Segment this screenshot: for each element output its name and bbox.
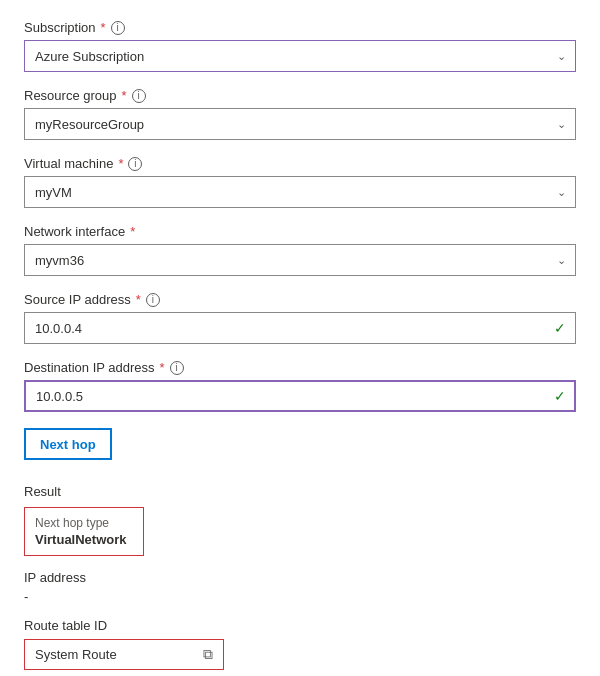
resource-group-select[interactable]: myResourceGroup: [24, 108, 576, 140]
source-ip-required: *: [136, 292, 141, 307]
virtual-machine-select[interactable]: myVM: [24, 176, 576, 208]
source-ip-group: Source IP address * i ✓: [24, 292, 576, 344]
next-hop-type-value: VirtualNetwork: [35, 532, 133, 547]
copy-icon[interactable]: ⧉: [203, 646, 213, 663]
destination-ip-required: *: [160, 360, 165, 375]
virtual-machine-group: Virtual machine * i myVM ⌄: [24, 156, 576, 208]
route-table-section: Route table ID System Route ⧉: [24, 618, 576, 670]
network-interface-select[interactable]: myvm36: [24, 244, 576, 276]
source-ip-input-wrapper: ✓: [24, 312, 576, 344]
virtual-machine-required: *: [118, 156, 123, 171]
subscription-label-text: Subscription: [24, 20, 96, 35]
destination-ip-input-wrapper: ✓: [24, 380, 576, 412]
network-interface-label: Network interface *: [24, 224, 576, 239]
result-title: Result: [24, 484, 576, 499]
source-ip-input[interactable]: [24, 312, 576, 344]
source-ip-check-icon: ✓: [554, 320, 566, 336]
route-table-card: System Route ⧉: [24, 639, 224, 670]
network-interface-group: Network interface * myvm36 ⌄: [24, 224, 576, 276]
destination-ip-info-icon[interactable]: i: [170, 361, 184, 375]
destination-ip-label-text: Destination IP address: [24, 360, 155, 375]
network-interface-select-wrapper: myvm36 ⌄: [24, 244, 576, 276]
network-interface-required: *: [130, 224, 135, 239]
next-hop-type-label: Next hop type: [35, 516, 133, 530]
destination-ip-group: Destination IP address * i ✓: [24, 360, 576, 412]
route-table-value: System Route: [35, 647, 117, 662]
result-section: Result Next hop type VirtualNetwork IP a…: [24, 484, 576, 670]
next-hop-button[interactable]: Next hop: [24, 428, 112, 460]
route-table-label: Route table ID: [24, 618, 576, 633]
resource-group-label: Resource group * i: [24, 88, 576, 103]
network-interface-label-text: Network interface: [24, 224, 125, 239]
destination-ip-input[interactable]: [24, 380, 576, 412]
ip-address-value: -: [24, 589, 576, 604]
source-ip-label-text: Source IP address: [24, 292, 131, 307]
subscription-select[interactable]: Azure Subscription: [24, 40, 576, 72]
next-hop-type-card: Next hop type VirtualNetwork: [24, 507, 144, 556]
virtual-machine-info-icon[interactable]: i: [128, 157, 142, 171]
resource-group-group: Resource group * i myResourceGroup ⌄: [24, 88, 576, 140]
subscription-required: *: [101, 20, 106, 35]
source-ip-info-icon[interactable]: i: [146, 293, 160, 307]
virtual-machine-label-text: Virtual machine: [24, 156, 113, 171]
resource-group-required: *: [122, 88, 127, 103]
subscription-select-wrapper: Azure Subscription ⌄: [24, 40, 576, 72]
ip-address-label: IP address: [24, 570, 576, 585]
subscription-group: Subscription * i Azure Subscription ⌄: [24, 20, 576, 72]
source-ip-label: Source IP address * i: [24, 292, 576, 307]
virtual-machine-label: Virtual machine * i: [24, 156, 576, 171]
ip-address-section: IP address -: [24, 570, 576, 604]
virtual-machine-select-wrapper: myVM ⌄: [24, 176, 576, 208]
resource-group-select-wrapper: myResourceGroup ⌄: [24, 108, 576, 140]
destination-ip-label: Destination IP address * i: [24, 360, 576, 375]
destination-ip-check-icon: ✓: [554, 388, 566, 404]
resource-group-info-icon[interactable]: i: [132, 89, 146, 103]
subscription-label: Subscription * i: [24, 20, 576, 35]
resource-group-label-text: Resource group: [24, 88, 117, 103]
subscription-info-icon[interactable]: i: [111, 21, 125, 35]
